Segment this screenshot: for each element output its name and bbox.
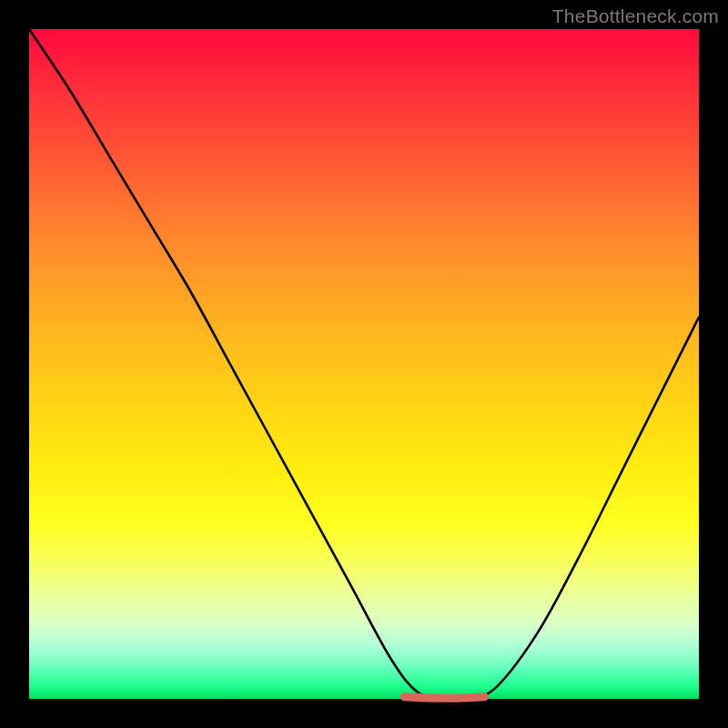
bottleneck-curve-svg — [29, 29, 699, 699]
bottleneck-curve-path — [29, 29, 699, 700]
chart-frame: TheBottleneck.com — [0, 0, 728, 728]
watermark-text: TheBottleneck.com — [552, 5, 719, 27]
optimal-range-marker — [404, 697, 484, 699]
